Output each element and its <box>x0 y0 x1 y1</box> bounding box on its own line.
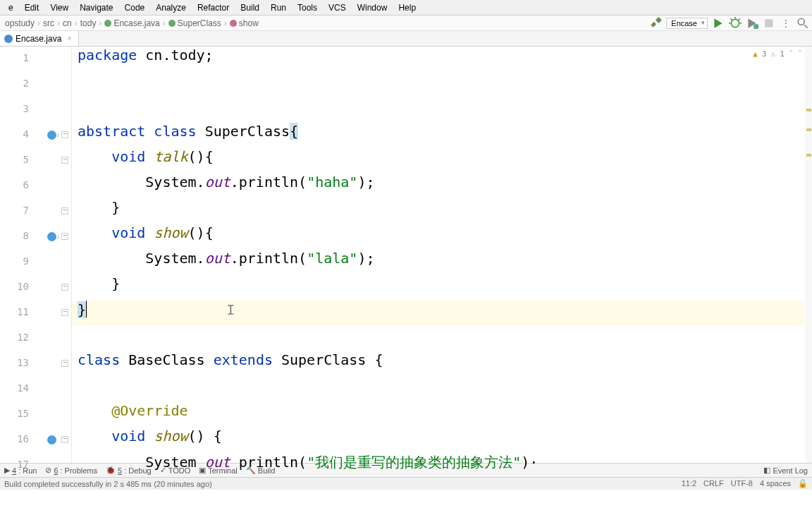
gutter-line[interactable]: 15 <box>0 402 71 428</box>
override-gutter-icon[interactable] <box>47 232 56 241</box>
menu-navigate[interactable]: Navigate <box>74 1 118 14</box>
override-gutter-icon[interactable] <box>47 131 56 140</box>
next-highlight-icon[interactable]: ˇ <box>797 49 802 59</box>
error-stripe[interactable] <box>805 47 812 463</box>
menu-file[interactable]: e <box>3 1 19 14</box>
gutter-line[interactable]: 7 <box>0 199 71 224</box>
tool-event-log[interactable]: ◧ Event Log <box>763 466 808 475</box>
crumb-tody[interactable]: tody <box>78 18 99 28</box>
fold-toggle-icon[interactable] <box>61 436 68 443</box>
code-line[interactable]: @Override <box>78 402 188 428</box>
code-line[interactable]: System.out.println("haha"); <box>78 174 374 199</box>
line-number: 15 <box>8 408 29 419</box>
code-line[interactable]: abstract class SuperClass{ <box>78 123 298 148</box>
line-number: 13 <box>8 357 29 368</box>
gutter-line[interactable]: 10 <box>0 275 71 301</box>
inspection-widget[interactable]: ▲3 ⚠1 ˆ ˇ <box>753 49 802 59</box>
gutter-line[interactable]: 3 <box>0 97 71 123</box>
line-number: 4 <box>8 128 29 140</box>
crumb-method[interactable]: show <box>228 18 261 28</box>
stop-icon[interactable] <box>763 17 775 30</box>
build-hammer-icon[interactable] <box>649 17 662 30</box>
weak-warning-icon: ⚠ <box>771 49 776 59</box>
gutter-line[interactable]: 2 <box>0 72 71 97</box>
file-encoding[interactable]: UTF-8 <box>731 479 753 488</box>
line-number: 16 <box>8 433 29 445</box>
editor[interactable]: 1234567891011121314151617 ▲3 ⚠1 ˆ ˇ pack… <box>0 47 812 463</box>
gutter-line[interactable]: 11 <box>0 301 71 326</box>
fold-toggle-icon[interactable] <box>61 157 68 164</box>
code-line[interactable]: void show() { <box>78 428 222 453</box>
fold-toggle-icon[interactable] <box>61 131 68 138</box>
line-number: 14 <box>8 382 29 394</box>
code-line[interactable]: } <box>78 199 120 224</box>
menu-vcs[interactable]: VCS <box>323 1 352 14</box>
gutter: 1234567891011121314151617 <box>0 47 72 463</box>
search-icon[interactable] <box>796 17 809 30</box>
gutter-line[interactable]: 14 <box>0 377 71 402</box>
line-number: 5 <box>8 154 29 165</box>
line-separator[interactable]: CRLF <box>703 479 724 488</box>
crumb-src[interactable]: src <box>41 18 56 28</box>
crumb-cn[interactable]: cn <box>61 18 74 28</box>
menu-help[interactable]: Help <box>393 1 422 14</box>
crumb-file[interactable]: Encase.java <box>102 18 161 28</box>
gutter-line[interactable]: 8 <box>0 224 71 250</box>
code-line[interactable]: void show(){ <box>78 224 214 250</box>
gutter-line[interactable]: 16 <box>0 428 71 453</box>
menu-view[interactable]: View <box>44 1 74 14</box>
fold-toggle-icon[interactable] <box>61 207 68 214</box>
menu-window[interactable]: Window <box>352 1 393 14</box>
menu-tools[interactable]: Tools <box>292 1 323 14</box>
menu-build[interactable]: Build <box>235 1 265 14</box>
code-line[interactable]: package cn.tody; <box>78 47 214 72</box>
gutter-line[interactable]: 6 <box>0 174 71 199</box>
more-icon[interactable]: ⋮ <box>780 17 792 30</box>
gutter-line[interactable]: 1 <box>0 47 71 72</box>
code-line[interactable]: } I <box>78 301 235 326</box>
run-config-select[interactable]: Encase <box>666 18 708 29</box>
menu-analyze[interactable]: Analyze <box>150 1 192 14</box>
text-cursor <box>86 301 87 318</box>
gutter-line[interactable]: 9 <box>0 250 71 275</box>
svg-rect-1 <box>753 24 758 29</box>
code-area[interactable]: ▲3 ⚠1 ˆ ˇ package cn.tody;abstract class… <box>72 47 812 463</box>
class-icon <box>168 20 176 27</box>
code-line[interactable]: System out println("我们是重写的抽象类的抽象方法")· <box>78 453 538 478</box>
fold-toggle-icon[interactable] <box>61 284 68 291</box>
line-number: 12 <box>8 332 29 343</box>
readonly-lock-icon[interactable]: 🔓 <box>798 479 808 488</box>
gutter-line[interactable]: 5 <box>0 148 71 174</box>
code-line[interactable]: } <box>78 275 120 301</box>
line-number: 2 <box>8 78 29 89</box>
gutter-line[interactable]: 12 <box>0 326 71 351</box>
close-icon[interactable]: × <box>67 35 71 42</box>
caret-position[interactable]: 11:2 <box>682 479 696 488</box>
code-line[interactable]: System.out.println("lala"); <box>78 250 374 275</box>
debug-icon[interactable] <box>729 17 742 30</box>
line-number: 17 <box>8 459 29 470</box>
fold-toggle-icon[interactable] <box>61 360 68 367</box>
gutter-line[interactable]: 17 <box>0 453 71 478</box>
prev-highlight-icon[interactable]: ˆ <box>789 49 794 59</box>
indent-info[interactable]: 4 spaces <box>760 479 791 488</box>
code-line[interactable]: void talk(){ <box>78 148 214 174</box>
tab-encase[interactable]: Encase.java × <box>0 31 79 46</box>
gutter-line[interactable]: 4 <box>0 123 71 148</box>
menu-run[interactable]: Run <box>265 1 292 14</box>
crumb-project[interactable]: opstudy <box>3 18 37 28</box>
run-icon[interactable] <box>712 17 725 30</box>
warning-icon: ▲ <box>753 49 758 59</box>
menu-edit[interactable]: Edit <box>19 1 45 14</box>
code-line[interactable]: class BaseClass extends SuperClass { <box>78 351 383 377</box>
fold-toggle-icon[interactable] <box>61 233 68 240</box>
gutter-line[interactable]: 13 <box>0 351 71 377</box>
crumb-class[interactable]: SuperClass <box>166 18 223 28</box>
run-coverage-icon[interactable] <box>746 17 758 30</box>
menu-code[interactable]: Code <box>119 1 151 14</box>
override-gutter-icon[interactable] <box>47 435 56 445</box>
line-number: 1 <box>8 52 29 64</box>
fold-toggle-icon[interactable] <box>61 309 68 316</box>
menu-refactor[interactable]: Refactor <box>192 1 235 14</box>
tab-label: Encase.java <box>16 34 61 44</box>
